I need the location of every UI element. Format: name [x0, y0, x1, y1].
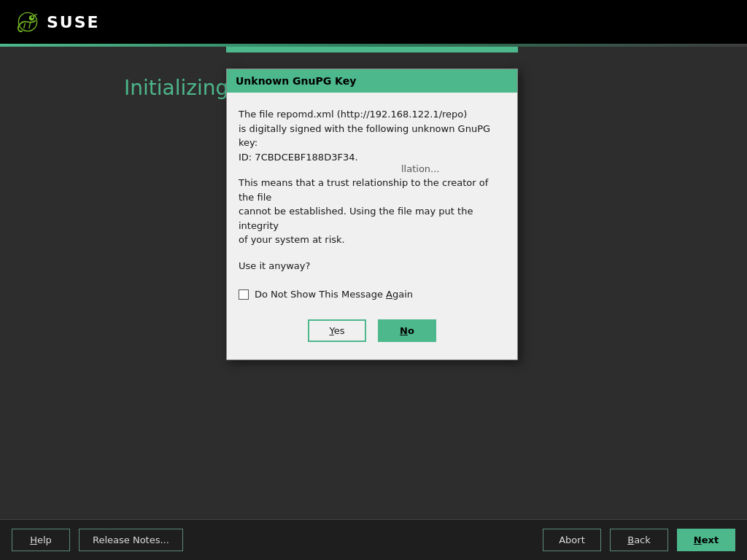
background-installation-text: llation... — [401, 163, 440, 174]
dialog-msg1-line2: is digitally signed with the following u… — [239, 123, 490, 149]
suse-wordmark: SUSE — [47, 13, 100, 31]
suse-chameleon-icon — [15, 9, 41, 35]
no-button[interactable]: No — [378, 319, 436, 342]
dialog-message-1: The file repomd.xml (http://192.168.122.… — [239, 107, 506, 164]
dialog-msg2-line3: of your system at risk. — [239, 234, 345, 245]
progress-bar — [226, 47, 518, 52]
release-notes-button[interactable]: Release Notes... — [79, 529, 183, 551]
dialog-body: The file repomd.xml (http://192.168.122.… — [227, 93, 517, 359]
dialog-msg2-line1: This means that a trust relationship to … — [239, 177, 488, 203]
back-button[interactable]: Back — [610, 529, 668, 551]
footer-left-buttons: Help Release Notes... — [12, 529, 183, 551]
footer-right-buttons: Abort Back Next — [543, 529, 735, 551]
dialog-overlay: Unknown GnuPG Key The file repomd.xml (h… — [0, 47, 747, 519]
dialog-title: Unknown GnuPG Key — [227, 69, 517, 93]
do-not-show-checkbox[interactable] — [239, 289, 249, 300]
footer: Help Release Notes... Abort Back Next — [0, 519, 747, 560]
unknown-gnupg-key-dialog: Unknown GnuPG Key The file repomd.xml (h… — [226, 69, 518, 360]
main-content: Initializing Unknown GnuPG Key The file … — [0, 47, 747, 519]
next-button[interactable]: Next — [677, 529, 735, 551]
do-not-show-label[interactable]: Do Not Show This Message Again — [255, 287, 413, 302]
yes-button[interactable]: Yes — [308, 319, 366, 342]
dialog-checkbox-row[interactable]: Do Not Show This Message Again — [239, 287, 506, 302]
abort-button[interactable]: Abort — [543, 529, 601, 551]
dialog-msg1-line1: The file repomd.xml (http://192.168.122.… — [239, 109, 467, 120]
progress-bar-fill — [226, 47, 518, 52]
suse-logo: SUSE — [15, 9, 100, 35]
dialog-msg2-line2: cannot be established. Using the file ma… — [239, 206, 473, 231]
help-button[interactable]: Help — [12, 529, 70, 551]
dialog-msg1-line3: ID: 7CBDCEBF188D3F34. — [239, 152, 358, 163]
header: SUSE — [0, 0, 747, 44]
dialog-question: Use it anyway? — [239, 259, 506, 273]
dialog-buttons: Yes No — [239, 319, 506, 348]
dialog-message-2: This means that a trust relationship to … — [239, 176, 506, 247]
